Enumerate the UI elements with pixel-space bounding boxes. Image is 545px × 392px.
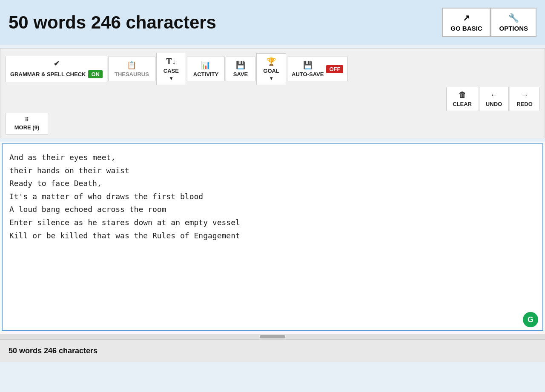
word-count-title: 50 words 246 characters xyxy=(9,12,216,33)
save-button[interactable]: 💾 SAVE xyxy=(226,57,255,81)
go-basic-label: GO BASIC xyxy=(450,25,482,32)
autosave-label: AUTO-SAVE xyxy=(292,71,324,77)
case-icon: T↓ xyxy=(166,57,176,66)
toolbar-row-3: ⠿ MORE (9) xyxy=(6,113,539,134)
thesaurus-icon: 📋 xyxy=(127,60,136,70)
text-editor[interactable] xyxy=(2,143,543,331)
toolbar-row-1: ✔ GRAMMAR & SPELL CHECK ON 📋 THESAURUS T… xyxy=(6,53,539,85)
clear-label: CLEAR xyxy=(453,101,472,107)
checkmark-icon: ✔ xyxy=(54,60,59,68)
activity-icon: 📊 xyxy=(201,60,210,70)
grammar-on-badge: ON xyxy=(88,70,103,78)
header: 50 words 246 characters ↗ GO BASIC 🔧 OPT… xyxy=(0,0,545,45)
save-label: SAVE xyxy=(233,71,248,77)
case-label: CASE xyxy=(164,68,179,74)
scrollbar-thumb[interactable] xyxy=(260,335,285,338)
undo-label: UNDO xyxy=(486,101,502,107)
grid-icon: ⠿ xyxy=(25,117,29,123)
options-button[interactable]: 🔧 OPTIONS xyxy=(490,8,536,37)
more-label: MORE (9) xyxy=(14,124,40,131)
grammarly-badge: G xyxy=(523,312,538,327)
thesaurus-button[interactable]: 📋 THESAURUS xyxy=(108,57,155,81)
case-button[interactable]: T↓ CASE xyxy=(156,53,186,85)
clear-icon: 🗑 xyxy=(459,91,466,100)
autosave-button[interactable]: 💾 AUTO-SAVE OFF xyxy=(287,57,348,81)
toolbar: ✔ GRAMMAR & SPELL CHECK ON 📋 THESAURUS T… xyxy=(0,48,545,138)
goal-label: GOAL xyxy=(263,68,279,74)
scrollbar-area[interactable] xyxy=(0,334,545,339)
editor-container: G xyxy=(0,142,545,334)
thesaurus-label: THESAURUS xyxy=(115,71,149,77)
redo-label: REDO xyxy=(516,101,533,107)
more-button[interactable]: ⠿ MORE (9) xyxy=(6,113,48,134)
save-icon: 💾 xyxy=(236,60,245,70)
goal-icon: 🏆 xyxy=(267,57,276,66)
grammar-label: GRAMMAR & SPELL CHECK xyxy=(10,71,86,77)
autosave-off-badge: OFF xyxy=(326,65,343,73)
autosave-icon: 💾 xyxy=(303,60,313,70)
external-link-icon: ↗ xyxy=(463,13,470,23)
goal-button[interactable]: 🏆 GOAL xyxy=(256,53,286,85)
redo-icon: → xyxy=(521,91,528,100)
wrench-icon: 🔧 xyxy=(508,13,519,23)
options-label: OPTIONS xyxy=(499,25,528,32)
activity-label: ACTIVITY xyxy=(193,71,218,77)
toolbar-row-2: 🗑 CLEAR ← UNDO → REDO xyxy=(6,87,539,111)
header-buttons: ↗ GO BASIC 🔧 OPTIONS xyxy=(442,8,536,37)
redo-button[interactable]: → REDO xyxy=(510,87,539,111)
undo-icon: ← xyxy=(490,91,498,100)
editor-wrapper: G xyxy=(2,143,543,332)
undo-button[interactable]: ← UNDO xyxy=(479,87,509,111)
clear-button[interactable]: 🗑 CLEAR xyxy=(446,87,478,111)
activity-button[interactable]: 📊 ACTIVITY xyxy=(187,57,225,81)
go-basic-button[interactable]: ↗ GO BASIC xyxy=(442,8,490,37)
footer: 50 words 246 characters xyxy=(0,339,545,362)
footer-word-count: 50 words 246 characters xyxy=(9,346,98,355)
grammar-spell-check-button[interactable]: ✔ GRAMMAR & SPELL CHECK ON xyxy=(6,56,107,82)
